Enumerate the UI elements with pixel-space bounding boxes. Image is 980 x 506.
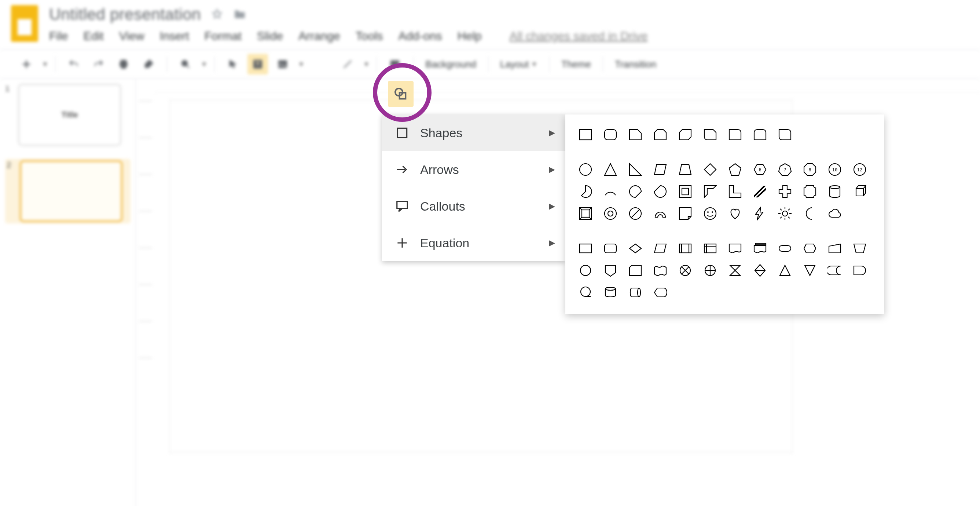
shape-menu-shapes[interactable]: Shapes ▶ <box>382 115 565 151</box>
redo-button[interactable] <box>88 54 109 75</box>
menu-tools[interactable]: Tools <box>356 29 383 43</box>
shape-diamond[interactable] <box>700 160 720 179</box>
shape-flow-collate[interactable] <box>725 260 745 280</box>
shape-flow-decision[interactable] <box>625 238 645 258</box>
textbox-button[interactable] <box>248 54 268 75</box>
print-button[interactable] <box>113 54 134 75</box>
shape-folded-corner[interactable] <box>675 204 695 223</box>
shape-no-symbol[interactable] <box>625 204 645 223</box>
shape-block-arc[interactable] <box>651 204 670 223</box>
shape-rectangle[interactable] <box>576 125 595 145</box>
shape-plaque[interactable] <box>800 182 820 201</box>
shape-moon[interactable] <box>800 204 820 223</box>
slide-thumbnail-1[interactable]: Title <box>18 84 121 146</box>
save-status[interactable]: All changes saved in Drive <box>510 29 648 43</box>
shape-oval[interactable] <box>576 160 595 179</box>
shape-flow-preparation[interactable] <box>800 238 820 258</box>
shape-flow-multidocument[interactable] <box>750 238 770 258</box>
shape-triangle[interactable] <box>601 160 620 179</box>
shape-flow-punched-tape[interactable] <box>651 260 670 280</box>
shape-teardrop-alt[interactable] <box>651 182 670 201</box>
theme-button[interactable]: Theme <box>558 54 595 75</box>
shape-snip-single-corner[interactable] <box>625 125 645 145</box>
menu-insert[interactable]: Insert <box>159 29 189 43</box>
menu-arrange[interactable]: Arrange <box>298 29 340 43</box>
shape-pie[interactable] <box>576 182 595 201</box>
shape-teardrop[interactable] <box>625 182 645 201</box>
shape-flow-card[interactable] <box>625 260 645 280</box>
shape-flow-merge[interactable] <box>800 260 820 280</box>
new-slide-button[interactable] <box>16 54 37 75</box>
line-caret[interactable]: ▼ <box>363 61 369 68</box>
shape-flow-summing[interactable] <box>675 260 695 280</box>
menu-help[interactable]: Help <box>458 29 482 43</box>
shape-rounded-rectangle[interactable] <box>601 125 620 145</box>
comment-button[interactable] <box>385 54 405 75</box>
shape-heptagon[interactable]: 7 <box>775 160 795 179</box>
shape-parallelogram[interactable] <box>651 160 670 179</box>
line-button[interactable] <box>337 54 358 75</box>
menu-addons[interactable]: Add-ons <box>399 29 442 43</box>
shape-flow-sort[interactable] <box>750 260 770 280</box>
shape-flow-connector[interactable] <box>576 260 595 280</box>
doc-title[interactable]: Untitled presentation <box>49 5 201 24</box>
menu-edit[interactable]: Edit <box>84 29 104 43</box>
shape-right-triangle[interactable] <box>625 160 645 179</box>
shape-donut[interactable] <box>601 204 620 223</box>
new-slide-caret[interactable]: ▼ <box>42 61 48 68</box>
shape-flow-process[interactable] <box>576 238 595 258</box>
shape-flow-manual-input[interactable] <box>825 238 845 258</box>
transition-button[interactable]: Transition <box>611 54 660 75</box>
paint-format-button[interactable] <box>138 54 159 75</box>
shape-dodecagon[interactable]: 12 <box>850 160 870 179</box>
shape-flow-document[interactable] <box>725 238 745 258</box>
shape-flow-stored-data[interactable] <box>825 260 845 280</box>
image-caret[interactable]: ▼ <box>298 61 305 68</box>
shape-round-single-corner[interactable] <box>725 125 745 145</box>
shape-flow-sequential-storage[interactable] <box>576 283 595 302</box>
shape-flow-offpage[interactable] <box>601 260 620 280</box>
shape-can[interactable] <box>825 182 845 201</box>
shape-menu-callouts[interactable]: Callouts ▶ <box>382 188 565 225</box>
shape-flow-predefined[interactable] <box>675 238 695 258</box>
shape-flow-alt-process[interactable] <box>601 238 620 258</box>
shape-sun[interactable] <box>775 204 795 223</box>
shape-decagon[interactable]: 10 <box>825 160 845 179</box>
zoom-caret[interactable]: ▼ <box>201 61 207 68</box>
slide-thumbnail-2[interactable] <box>20 160 123 222</box>
shape-flow-display[interactable] <box>651 283 670 302</box>
shape-flow-data[interactable] <box>651 238 670 258</box>
shape-flow-extract[interactable] <box>775 260 795 280</box>
shape-cloud[interactable] <box>825 204 845 223</box>
shape-cube[interactable] <box>850 182 870 201</box>
shape-flow-magnetic-disk[interactable] <box>601 283 620 302</box>
shape-heart[interactable] <box>725 204 745 223</box>
shape-flow-or[interactable] <box>700 260 720 280</box>
menu-slide[interactable]: Slide <box>257 29 283 43</box>
shape-round-diagonal[interactable] <box>775 125 795 145</box>
shape-diagonal-stripe[interactable] <box>750 182 770 201</box>
move-to-folder-icon[interactable] <box>233 8 247 21</box>
shape-snip-same-side[interactable] <box>651 125 670 145</box>
shape-flow-terminator[interactable] <box>775 238 795 258</box>
shape-trapezoid[interactable] <box>675 160 695 179</box>
menu-file[interactable]: File <box>49 29 68 43</box>
shape-half-frame[interactable] <box>700 182 720 201</box>
menu-view[interactable]: View <box>119 29 145 43</box>
shape-snip-diagonal[interactable] <box>675 125 695 145</box>
image-button[interactable] <box>272 54 293 75</box>
shape-arc[interactable] <box>601 182 620 201</box>
layout-button[interactable]: Layout▼ <box>496 54 541 75</box>
shape-l-shape[interactable] <box>725 182 745 201</box>
shape-flow-manual-operation[interactable] <box>850 238 870 258</box>
shape-bevel[interactable] <box>576 204 595 223</box>
shape-smiley[interactable] <box>700 204 720 223</box>
menu-format[interactable]: Format <box>205 29 242 43</box>
shape-round-same-side[interactable] <box>750 125 770 145</box>
shape-pentagon[interactable] <box>725 160 745 179</box>
shape-hexagon[interactable]: 6 <box>750 160 770 179</box>
shape-octagon[interactable]: 8 <box>800 160 820 179</box>
shape-flow-direct-access[interactable] <box>625 283 645 302</box>
shape-flow-delay[interactable] <box>850 260 870 280</box>
star-icon[interactable] <box>210 8 224 21</box>
